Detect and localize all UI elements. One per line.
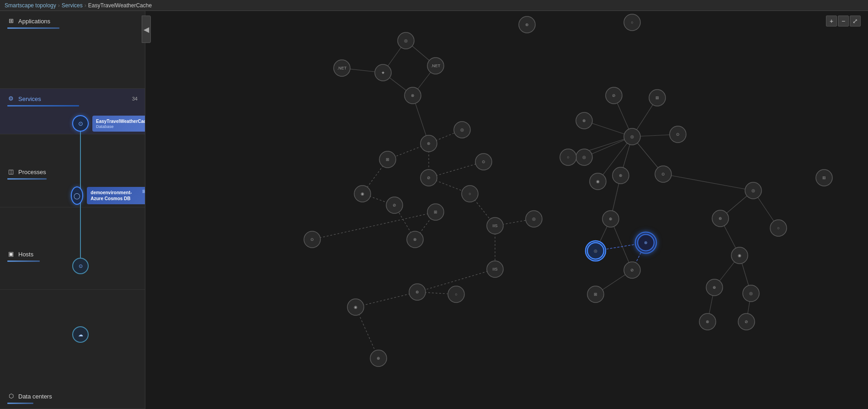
zoom-fit-button[interactable]: ⤢ — [850, 16, 861, 27]
svg-point-20 — [454, 122, 470, 138]
svg-point-12 — [405, 87, 421, 104]
topology-node-n17[interactable]: ⊗ — [407, 231, 423, 248]
topology-node-n24[interactable]: ◉ — [347, 299, 364, 315]
topology-node-n41[interactable]: ◎ — [745, 182, 761, 199]
zoom-out-button[interactable]: − — [838, 16, 849, 27]
topology-node-n45[interactable]: ⊕ — [706, 279, 723, 296]
svg-point-50 — [624, 128, 640, 145]
card2-external-link[interactable]: ⊠ — [142, 189, 145, 194]
topology-node-n1[interactable]: ◎ — [398, 32, 414, 49]
topology-node-n36[interactable]: ◎ — [586, 241, 606, 261]
service-node-demoenvironment[interactable]: ◯ — [71, 186, 83, 205]
svg-point-90 — [706, 279, 723, 296]
topology-node-n5[interactable]: ★ — [375, 64, 391, 81]
service-card-easytravel[interactable]: EasyTravelWeatherCache Database ⊠ — [92, 116, 145, 132]
svg-point-6 — [334, 60, 350, 76]
topology-node-n11[interactable]: ◎ — [454, 122, 470, 138]
breadcrumb-services-item[interactable]: Services — [62, 2, 83, 9]
collapse-sidebar-button[interactable]: ◀ — [142, 16, 151, 43]
breadcrumb-sep-2: › — [85, 2, 86, 9]
edges-layer — [312, 41, 778, 358]
topology-node-n31[interactable]: ◎ — [576, 149, 592, 165]
service-connector-line — [80, 132, 81, 191]
hosts-label: Hosts — [18, 251, 33, 258]
topology-node-n35[interactable]: ⊕ — [602, 211, 619, 227]
topology-node-n12[interactable]: ⊛ — [421, 135, 437, 152]
svg-point-18 — [475, 154, 492, 170]
topology-node-n22[interactable]: ⊛ — [409, 284, 426, 300]
intermediate-node-icon: ⊙ — [79, 263, 83, 269]
topology-node-n42[interactable]: ⊛ — [712, 210, 729, 227]
topology-node-n48[interactable]: ⊘ — [738, 313, 755, 330]
topology-node-n13[interactable]: ○ — [462, 186, 478, 202]
applications-label: Applications — [18, 18, 50, 25]
service-node-intermediate[interactable]: ⊙ — [72, 258, 89, 274]
topology-node-n27[interactable]: ⊗ — [576, 112, 592, 129]
topology-node-n7[interactable]: ⊗ — [405, 87, 421, 104]
easytravel-node-icon: ⊙ — [78, 120, 83, 127]
topology-node-n40[interactable]: ⊙ — [655, 166, 671, 182]
topology-node-n30[interactable]: ⊙ — [670, 126, 686, 143]
hosts-icon: ▣ — [7, 250, 15, 258]
topology-node-n25[interactable]: ⊕ — [370, 350, 387, 367]
services-icon: ⚙ — [7, 95, 15, 102]
topology-node-n2[interactable]: ⊛ — [519, 16, 535, 33]
topology-node-n18[interactable]: ⊘ — [386, 197, 403, 213]
topology-node-n38[interactable]: ⊘ — [624, 262, 640, 278]
sidebar: ⊞ Applications ⚙ Services 34 ◫ Processes — [0, 11, 145, 409]
topology-node-n33[interactable]: ○ — [560, 149, 576, 165]
svg-point-48 — [370, 350, 387, 367]
sidebar-section-datacenters[interactable]: ⬡ Data centers — [0, 386, 145, 409]
topology-node-n23[interactable]: ○ — [448, 286, 464, 303]
edge-n22-n24 — [356, 292, 417, 307]
topology-node-n44[interactable]: ◉ — [731, 247, 748, 264]
nodes-layer: ◎⊛○.NET★.NET⊗⊘⊞⊙◎⊛○◉IIS◎⊗⊘⊞⊙IIS⊛○◉⊕◎⊗⊘⊞⊙… — [304, 14, 832, 367]
topology-node-n3[interactable]: ○ — [624, 14, 640, 31]
topology-node-n9[interactable]: ⊞ — [379, 151, 396, 168]
breadcrumb-smartscape[interactable]: Smartscape topology — [5, 2, 56, 9]
svg-point-56 — [649, 90, 666, 106]
processes-label: Processes — [18, 169, 46, 175]
topology-node-n15[interactable]: IIS — [487, 218, 503, 234]
svg-point-86 — [770, 220, 787, 236]
topology-node-n37[interactable]: ⊗ — [635, 232, 656, 253]
topology-node-n14[interactable]: ◉ — [354, 186, 371, 202]
breadcrumb-home[interactable]: Smartscape topology — [5, 2, 56, 9]
svg-point-68 — [602, 211, 619, 227]
topology-node-n10[interactable]: ⊙ — [475, 154, 492, 170]
sidebar-section-applications[interactable]: ⊞ Applications — [0, 11, 145, 89]
service-node-cloud[interactable]: ☁ — [72, 326, 89, 343]
service-node-easytravel[interactable]: ⊙ — [72, 115, 89, 132]
topology-node-n8[interactable]: ⊘ — [421, 170, 437, 186]
zoom-in-button[interactable]: + — [826, 16, 837, 27]
topology-node-n32[interactable]: ⊛ — [612, 167, 629, 184]
topology-node-n49[interactable]: ⊞ — [816, 170, 832, 186]
topology-node-n34[interactable]: ◉ — [590, 173, 606, 190]
breadcrumb-services-link[interactable]: Services — [62, 2, 83, 9]
topology-node-n29[interactable]: ⊞ — [649, 90, 666, 106]
topology-node-n47[interactable]: ⊗ — [699, 313, 716, 330]
svg-point-22 — [421, 135, 437, 152]
topology-node-n19[interactable]: ⊞ — [427, 204, 444, 220]
topology-node-n16[interactable]: ◎ — [526, 211, 542, 227]
card1-title: EasyTravelWeatherCache — [96, 118, 145, 124]
svg-point-66 — [590, 173, 606, 190]
topology-node-n43[interactable]: ○ — [770, 220, 787, 236]
topology-canvas[interactable]: ◎⊛○.NET★.NET⊗⊘⊞⊙◎⊛○◉IIS◎⊗⊘⊞⊙IIS⊛○◉⊕◎⊗⊘⊞⊙… — [145, 11, 868, 409]
breadcrumb-current-label: EasyTravelWeatherCache — [88, 2, 152, 9]
datacenters-icon: ⬡ — [7, 393, 15, 400]
demoenvironment-node-icon: ◯ — [74, 192, 80, 199]
topology-node-n26[interactable]: ◎ — [624, 128, 640, 145]
svg-point-34 — [386, 197, 403, 213]
topology-node-n46[interactable]: ◎ — [743, 285, 759, 302]
svg-point-80 — [655, 166, 671, 182]
topology-node-n39[interactable]: ⊞ — [587, 286, 604, 303]
topology-node-n20[interactable]: ⊙ — [304, 231, 320, 248]
svg-point-2 — [519, 16, 535, 33]
breadcrumb-current-item: EasyTravelWeatherCache — [88, 2, 152, 9]
topology-node-n21[interactable]: IIS — [487, 261, 503, 277]
topology-node-n6[interactable]: .NET — [427, 58, 444, 74]
topology-node-n28[interactable]: ⊘ — [606, 87, 622, 104]
service-card-demoenvironment[interactable]: demoenvironment-Azure Cosmos DB ⊠ — [87, 187, 145, 204]
topology-node-n4[interactable]: .NET — [334, 60, 350, 76]
